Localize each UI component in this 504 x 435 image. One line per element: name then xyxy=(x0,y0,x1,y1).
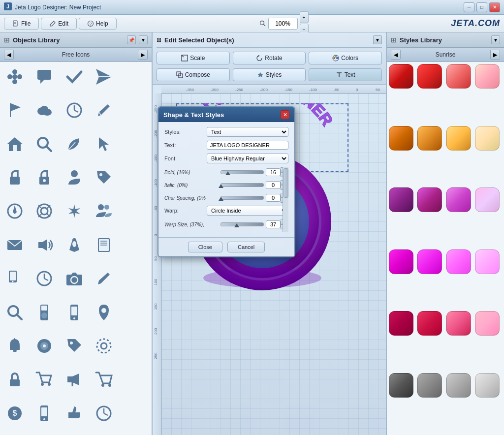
style-swatch-red1[interactable] xyxy=(389,64,413,89)
icon-cart[interactable] xyxy=(32,367,57,392)
char-spacing-slider[interactable] xyxy=(220,196,264,200)
icon-ipod[interactable] xyxy=(32,300,57,325)
bold-thumb[interactable] xyxy=(225,171,230,175)
styles-prev-button[interactable]: ◀ xyxy=(391,50,401,60)
text-input[interactable] xyxy=(207,141,288,150)
modal-scrollbar-thumb[interactable] xyxy=(284,168,288,198)
icon-clock[interactable] xyxy=(62,97,87,123)
style-swatch-lavender1[interactable] xyxy=(475,187,500,212)
icon-clock3[interactable] xyxy=(91,401,117,426)
bold-slider[interactable] xyxy=(220,170,264,174)
warp-size-slider[interactable] xyxy=(220,222,264,226)
style-swatch-orange2[interactable] xyxy=(417,126,442,151)
modal-scrollbar[interactable] xyxy=(283,167,288,232)
style-swatch-purple1[interactable] xyxy=(389,187,413,212)
style-swatch-gray4[interactable] xyxy=(475,373,500,398)
font-select[interactable]: Blue Highway Regular Arial Impact xyxy=(207,154,288,163)
scale-button[interactable]: Scale xyxy=(157,52,230,64)
icon-search2[interactable] xyxy=(2,300,28,325)
icon-location[interactable] xyxy=(91,300,117,325)
modal-close-btn[interactable]: Close xyxy=(188,242,222,252)
char-spacing-thumb[interactable] xyxy=(219,197,223,201)
style-swatch-magenta2[interactable] xyxy=(417,249,442,274)
icon-bell[interactable] xyxy=(2,333,28,359)
style-swatch-gray1[interactable] xyxy=(389,373,413,398)
style-swatch-magenta3[interactable] xyxy=(446,249,471,274)
style-swatch-red2[interactable] xyxy=(417,64,442,89)
icon-price-tag[interactable] xyxy=(62,333,87,359)
style-swatch-magenta1[interactable] xyxy=(389,249,413,274)
icon-cloud[interactable] xyxy=(32,97,57,123)
help-menu[interactable]: ? Help xyxy=(79,18,117,30)
icon-scroll5[interactable] xyxy=(121,198,147,224)
style-swatch-rose1[interactable] xyxy=(475,64,500,89)
styles-button[interactable]: Styles xyxy=(233,68,306,81)
modal-cancel-btn[interactable]: Cancel xyxy=(227,242,265,252)
icon-scroll9[interactable] xyxy=(121,333,147,359)
icon-lock[interactable] xyxy=(2,165,28,190)
icon-search[interactable] xyxy=(32,131,57,157)
styles-next-button[interactable]: ▶ xyxy=(490,50,500,60)
objects-library-collapse[interactable]: ▼ xyxy=(139,35,148,44)
icon-speaker[interactable] xyxy=(32,232,57,258)
icon-cursor[interactable] xyxy=(91,131,117,157)
icon-camera[interactable] xyxy=(62,266,87,291)
colors-button[interactable]: Colors xyxy=(309,52,382,64)
icon-phone2[interactable] xyxy=(32,401,57,426)
style-swatch-crimson2[interactable] xyxy=(417,311,442,336)
icon-clock2[interactable] xyxy=(32,266,57,291)
edit-toolbar-collapse[interactable]: ▼ xyxy=(373,35,382,44)
style-swatch-tan1[interactable] xyxy=(475,126,500,151)
compose-button[interactable]: Compose xyxy=(157,68,230,81)
icon-book[interactable] xyxy=(91,232,117,258)
icon-lock2[interactable] xyxy=(32,165,57,190)
icon-lock3[interactable] xyxy=(2,367,28,392)
icon-tag[interactable] xyxy=(91,165,117,190)
file-menu[interactable]: File xyxy=(4,18,39,30)
styles-select[interactable]: Text Shape xyxy=(207,127,288,137)
shape-text-styles-dialog[interactable]: Shape & Text Styles ✕ Styles: Text Shape… xyxy=(158,106,295,257)
icon-scroll3[interactable] xyxy=(121,131,147,157)
icon-flag[interactable] xyxy=(2,97,28,123)
icon-disc[interactable] xyxy=(32,333,57,359)
text-button[interactable]: Text xyxy=(309,68,382,81)
icon-dollar[interactable]: $ xyxy=(2,401,28,426)
icon-scroll8[interactable] xyxy=(121,300,147,325)
close-button[interactable]: ✕ xyxy=(489,2,500,12)
icon-lifering[interactable] xyxy=(32,198,57,224)
icon-paper-plane[interactable] xyxy=(91,64,117,90)
style-swatch-pink3[interactable] xyxy=(475,311,500,336)
icon-scroll2[interactable] xyxy=(121,97,147,123)
style-swatch-orange1[interactable] xyxy=(389,126,413,151)
icon-tablet[interactable] xyxy=(2,266,28,291)
style-swatch-gray2[interactable] xyxy=(417,373,442,398)
icon-scroll10[interactable] xyxy=(121,367,147,392)
style-swatch-gray3[interactable] xyxy=(446,373,471,398)
icon-people[interactable] xyxy=(91,198,117,224)
style-swatch-crimson1[interactable] xyxy=(389,311,413,336)
icon-thumbsup[interactable] xyxy=(62,401,87,426)
icon-pencil2[interactable] xyxy=(91,266,117,291)
style-swatch-pink2[interactable] xyxy=(446,311,471,336)
warp-select[interactable]: Circle Inside Circle Outside Wave None xyxy=(207,206,288,216)
edit-menu[interactable]: Edit xyxy=(41,18,77,30)
icon-pencil[interactable] xyxy=(91,97,117,123)
minimize-button[interactable]: ─ xyxy=(464,2,474,12)
style-swatch-purple2[interactable] xyxy=(417,187,442,212)
icons-prev-button[interactable]: ◀ xyxy=(4,50,14,60)
icons-next-button[interactable]: ▶ xyxy=(138,50,148,60)
icon-leaf[interactable] xyxy=(62,131,87,157)
objects-library-pin[interactable]: 📌 xyxy=(127,35,136,44)
rotate-button[interactable]: Rotate xyxy=(233,52,306,64)
icon-chat[interactable] xyxy=(32,64,57,90)
icon-email[interactable] xyxy=(2,232,28,258)
warp-size-thumb[interactable] xyxy=(234,223,239,227)
italic-thumb[interactable] xyxy=(219,184,223,188)
icon-scroll4[interactable] xyxy=(121,165,147,190)
icon-flower[interactable] xyxy=(2,64,28,90)
style-swatch-purple3[interactable] xyxy=(446,187,471,212)
icon-phone[interactable] xyxy=(62,300,87,325)
icon-scroll7[interactable] xyxy=(121,266,147,291)
style-swatch-magenta4[interactable] xyxy=(475,249,500,274)
icon-person[interactable] xyxy=(62,165,87,190)
